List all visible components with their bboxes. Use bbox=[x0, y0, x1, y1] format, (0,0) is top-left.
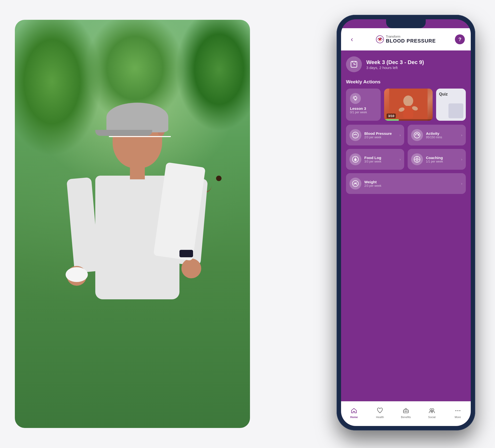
week-header: Week 3 (Dec 3 - Dec 9) 3 days, 2 hours l… bbox=[346, 56, 466, 72]
bp-action-title: Blood Pressure bbox=[364, 131, 392, 136]
app-header: ‹ Transform BLOOD PRESSURE bbox=[341, 28, 471, 50]
health-nav-icon bbox=[376, 407, 384, 415]
svg-point-36 bbox=[455, 410, 456, 411]
fig-arm-left bbox=[67, 177, 99, 273]
bottom-nav: Home Health bbox=[341, 401, 471, 426]
home-icon bbox=[351, 407, 357, 414]
svg-point-18 bbox=[354, 159, 357, 161]
blood-pressure-card[interactable]: Blood Pressure 2/3 per week › bbox=[346, 125, 404, 145]
weight-action-title: Weight bbox=[364, 180, 381, 184]
food-action-icon bbox=[349, 153, 361, 165]
weight-icon bbox=[352, 180, 359, 187]
home-nav-label: Home bbox=[350, 416, 358, 419]
lesson-icon bbox=[350, 93, 361, 104]
svg-point-34 bbox=[430, 409, 432, 411]
coaching-card-arrow: › bbox=[461, 157, 462, 161]
nav-more[interactable]: More bbox=[445, 407, 471, 419]
svg-line-7 bbox=[353, 96, 354, 97]
activity-card[interactable]: Activity 95/150 mins › bbox=[408, 125, 466, 145]
fig-earbuds bbox=[109, 136, 171, 137]
bp-logo-icon bbox=[376, 35, 384, 43]
fig-cap bbox=[106, 103, 168, 132]
svg-point-23 bbox=[417, 159, 418, 160]
weight-action-text: Weight 2/3 per week bbox=[364, 180, 381, 188]
header-transform: Transform bbox=[386, 35, 436, 38]
food-icon bbox=[352, 156, 359, 163]
fig-neck bbox=[130, 165, 145, 179]
coaching-icon bbox=[414, 156, 421, 163]
benefits-nav-icon bbox=[402, 407, 410, 415]
header-logo-row: Transform BLOOD PRESSURE bbox=[376, 35, 436, 44]
video-progress-fill bbox=[384, 119, 399, 121]
header-bp-title: BLOOD PRESSURE bbox=[386, 38, 436, 44]
nav-social[interactable]: Social bbox=[419, 407, 445, 419]
phone-wrapper: ‹ Transform BLOOD PRESSURE bbox=[337, 15, 475, 430]
fig-cap-brim bbox=[95, 130, 152, 136]
video-card[interactable]: 3/10 bbox=[384, 89, 433, 121]
lesson-card[interactable]: Lesson 3 0/1 per week bbox=[346, 89, 381, 121]
fig-eye-right bbox=[216, 176, 222, 181]
benefits-nav-label: Benefits bbox=[401, 416, 411, 419]
coaching-card[interactable]: Coaching 1/1 per week › bbox=[408, 149, 466, 170]
weight-action-icon bbox=[349, 178, 361, 189]
weight-card[interactable]: Weight 2/3 per week › bbox=[346, 173, 466, 194]
weight-card-arrow: › bbox=[461, 182, 462, 186]
nav-health[interactable]: Health bbox=[367, 407, 393, 419]
svg-point-10 bbox=[403, 95, 413, 106]
nav-benefits[interactable]: Benefits bbox=[393, 407, 419, 419]
more-icon bbox=[455, 407, 461, 414]
action-cards-grid: Blood Pressure 2/3 per week › bbox=[346, 125, 466, 170]
social-nav-label: Social bbox=[428, 416, 436, 419]
svg-point-38 bbox=[459, 410, 460, 411]
social-icon bbox=[429, 407, 435, 414]
fig-cloth-fist bbox=[66, 267, 88, 282]
food-card-arrow: › bbox=[399, 157, 401, 161]
nav-home[interactable]: Home bbox=[341, 407, 367, 419]
social-nav-icon bbox=[428, 407, 436, 415]
coaching-action-text: Coaching 1/1 per week bbox=[426, 156, 443, 163]
phone-notch bbox=[386, 19, 426, 28]
lesson-subtitle: 0/1 per week bbox=[350, 111, 367, 114]
quiz-card[interactable]: Quiz bbox=[436, 89, 466, 121]
lesson-title: Lesson 3 bbox=[350, 106, 366, 111]
svg-point-14 bbox=[352, 132, 358, 138]
week-info: Week 3 (Dec 3 - Dec 9) 3 days, 2 hours l… bbox=[366, 59, 424, 70]
food-log-card[interactable]: Food Log 3/3 per week › bbox=[346, 149, 404, 170]
video-progress-label: 3/10 bbox=[387, 114, 396, 118]
svg-rect-11 bbox=[403, 106, 413, 118]
coaching-action-sub: 1/1 per week bbox=[426, 160, 443, 163]
fig-watch bbox=[179, 250, 193, 257]
bp-action-text: Blood Pressure 2/3 per week bbox=[364, 131, 392, 139]
benefits-icon bbox=[403, 407, 409, 414]
more-nav-icon bbox=[454, 407, 462, 415]
coaching-action-title: Coaching bbox=[426, 156, 443, 160]
weekly-actions-title: Weekly Actions bbox=[346, 79, 466, 85]
bp-action-sub: 2/3 per week bbox=[364, 136, 392, 139]
video-thumbnail: 3/10 bbox=[384, 89, 433, 121]
svg-point-30 bbox=[355, 183, 356, 184]
video-progress-bar-bg bbox=[384, 119, 433, 121]
person-photo bbox=[15, 20, 250, 428]
quiz-label: Quiz bbox=[439, 92, 448, 96]
food-action-text: Food Log 3/3 per week bbox=[364, 156, 381, 163]
coaching-action-icon bbox=[411, 153, 423, 165]
svg-point-37 bbox=[457, 410, 458, 411]
app-content: Week 3 (Dec 3 - Dec 9) 3 days, 2 hours l… bbox=[341, 50, 471, 401]
back-button[interactable]: ‹ bbox=[347, 34, 357, 44]
lesson-row: Lesson 3 0/1 per week bbox=[346, 89, 466, 121]
blood-pressure-icon bbox=[352, 132, 359, 139]
food-action-sub: 3/3 per week bbox=[364, 160, 381, 163]
phone-screen: ‹ Transform BLOOD PRESSURE bbox=[341, 19, 471, 426]
food-action-title: Food Log bbox=[364, 156, 381, 160]
timer-icon bbox=[350, 60, 358, 68]
person-art bbox=[46, 82, 219, 428]
activity-icon bbox=[414, 132, 421, 139]
help-button[interactable]: ? bbox=[455, 34, 465, 44]
activity-action-sub: 95/150 mins bbox=[426, 136, 442, 139]
bulb-icon bbox=[352, 95, 358, 101]
svg-point-1 bbox=[379, 38, 381, 40]
scene: ‹ Transform BLOOD PRESSURE bbox=[0, 0, 495, 448]
more-nav-label: More bbox=[455, 416, 461, 419]
week-subtitle: 3 days, 2 hours left bbox=[366, 66, 424, 70]
figure-wrap bbox=[46, 82, 219, 428]
